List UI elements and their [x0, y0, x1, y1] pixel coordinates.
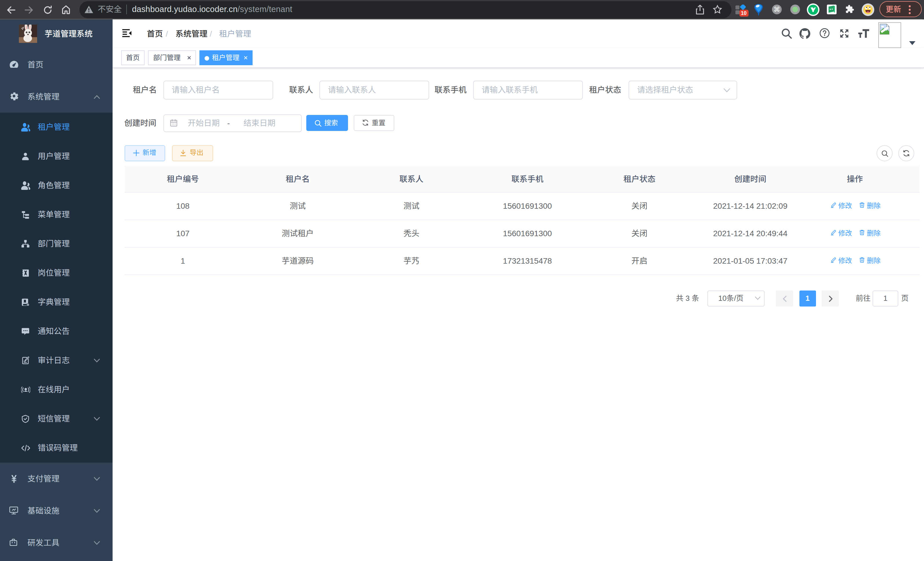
svg-text:⌘: ⌘ [774, 6, 780, 13]
